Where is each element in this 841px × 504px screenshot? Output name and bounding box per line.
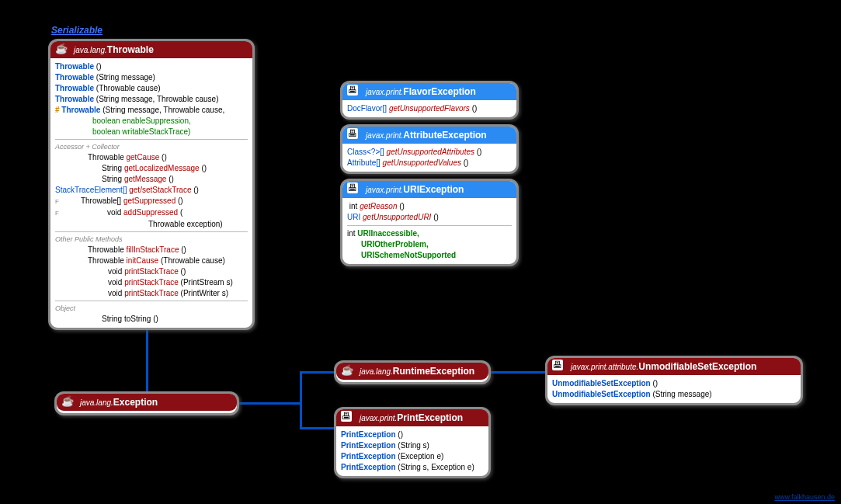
interface-flavorexception: javax.print.FlavorException DocFlavor[] …	[340, 81, 519, 120]
class-throwable: java.lang.Throwable Throwable () Throwab…	[48, 39, 255, 330]
cup-icon	[55, 43, 71, 56]
flavorexception-header: javax.print.FlavorException	[342, 83, 516, 100]
cup-icon	[341, 365, 356, 377]
throwable-body: Throwable () Throwable (String message) …	[50, 58, 252, 328]
class-printexception: javax.print.PrintException PrintExceptio…	[334, 407, 491, 478]
print-icon	[552, 360, 568, 373]
interface-attributeexception: javax.print.AttributeException Class<?>[…	[340, 124, 519, 174]
unmodifiablesetexception-header: javax.print.attribute.UnmodifiableSetExc…	[547, 358, 801, 375]
print-icon	[347, 85, 363, 98]
class-runtimeexception: java.lang.RuntimeException	[334, 360, 491, 384]
print-icon	[347, 183, 363, 196]
line-exception-vert	[300, 371, 302, 429]
print-icon	[347, 129, 363, 141]
print-icon	[341, 412, 356, 424]
interface-uriexception: javax.print.URIException int getReason (…	[340, 179, 519, 266]
class-unmodifiablesetexception: javax.print.attribute.UnmodifiableSetExc…	[545, 356, 803, 405]
line-exception-runtime	[300, 371, 335, 374]
uriexception-header: javax.print.URIException	[342, 181, 516, 198]
serializable-label: Serializable	[51, 25, 103, 36]
printexception-header: javax.print.PrintException	[336, 409, 488, 426]
class-exception: java.lang.Exception	[54, 391, 239, 415]
attributeexception-header: javax.print.AttributeException	[342, 127, 516, 144]
line-throwable-exception	[146, 325, 148, 393]
throwable-header: java.lang.Throwable	[50, 41, 252, 58]
line-exception-horiz	[238, 402, 301, 405]
line-exception-print	[300, 427, 335, 429]
line-runtime-unmod	[489, 371, 547, 374]
runtimeexception-header: java.lang.RuntimeException	[336, 363, 488, 380]
exception-header: java.lang.Exception	[57, 394, 237, 411]
footer-link[interactable]: www.falkhausen.de	[774, 493, 835, 501]
cup-icon	[61, 396, 77, 408]
